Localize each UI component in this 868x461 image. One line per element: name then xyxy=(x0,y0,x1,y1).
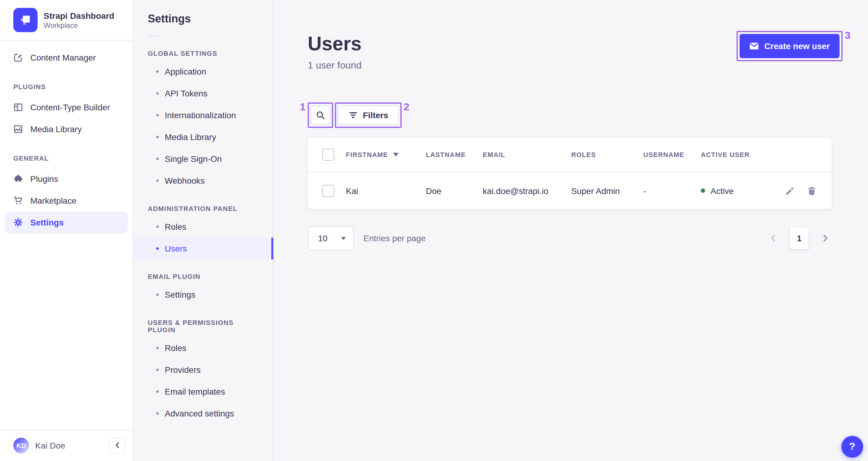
column-header-firstname[interactable]: FIRSTNAME xyxy=(346,151,426,158)
subnav-item-label: Providers xyxy=(165,365,200,375)
main-content: Users 1 user found 3 Create new user xyxy=(274,0,868,461)
annotation-label-3: 3 xyxy=(845,30,850,40)
sidebar-item-settings[interactable]: Settings xyxy=(5,211,128,233)
user-count-text: 1 user found xyxy=(308,60,362,71)
filters-button-label: Filters xyxy=(363,110,388,120)
app-title: Strapi Dashboard xyxy=(43,10,114,21)
sidebar-item-content-type-builder[interactable]: Content-Type Builder xyxy=(5,96,128,118)
subnav-group-global-settings: GLOBAL SETTINGS xyxy=(148,50,259,57)
sidebar-item-label: Media Library xyxy=(30,124,82,134)
envelope-icon xyxy=(749,41,759,51)
annotation-box-1: 1 xyxy=(308,103,333,128)
cell-roles: Super Admin xyxy=(571,186,643,196)
sidebar-item-label: Plugins xyxy=(30,174,58,184)
table-row[interactable]: Kai Doe kai.doe@strapi.io Super Admin - … xyxy=(308,172,832,209)
page-size-select[interactable]: 10 xyxy=(308,226,354,250)
annotation-box-3: 3 Create new user xyxy=(737,31,842,61)
collapse-chevron-icon xyxy=(114,441,120,450)
subnav-item-api-tokens[interactable]: API Tokens xyxy=(133,82,273,104)
table-header-row: FIRSTNAME LASTNAME EMAIL ROLES USERNAME … xyxy=(308,138,832,172)
cell-lastname: Doe xyxy=(426,186,483,196)
cell-active-status: Active xyxy=(701,186,768,196)
subnav-item-webhooks[interactable]: Webhooks xyxy=(133,170,273,192)
subnav-item-label: Media Library xyxy=(165,132,216,142)
annotation-label-1: 1 xyxy=(300,102,306,112)
sort-desc-icon xyxy=(393,153,398,156)
page-title: Users xyxy=(308,31,362,56)
cell-firstname: Kai xyxy=(346,186,426,196)
content-manager-icon xyxy=(13,53,23,62)
subnav-item-admin-users[interactable]: Users xyxy=(133,238,273,259)
row-checkbox[interactable] xyxy=(322,184,334,197)
strapi-logo-icon xyxy=(13,8,37,32)
content-type-builder-icon xyxy=(13,103,23,112)
page-size-value: 10 xyxy=(318,233,328,243)
next-page-button[interactable] xyxy=(819,232,832,244)
pagination-bar: 10 Entries per page 1 xyxy=(308,226,832,250)
previous-page-button[interactable] xyxy=(767,232,779,244)
cell-username: - xyxy=(643,186,701,196)
subnav-item-label: Settings xyxy=(165,290,195,299)
subnav-item-providers[interactable]: Providers xyxy=(133,359,273,381)
subnav-item-label: Users xyxy=(165,244,187,253)
subnav-group-email-plugin: EMAIL PLUGIN xyxy=(148,273,259,280)
filter-icon xyxy=(348,110,358,120)
create-new-user-label: Create new user xyxy=(765,41,830,51)
column-header-label: FIRSTNAME xyxy=(346,151,388,158)
column-header-label: USERNAME xyxy=(643,151,684,158)
column-header-lastname: LASTNAME xyxy=(426,151,483,158)
delete-user-button[interactable] xyxy=(804,183,819,199)
create-new-user-button[interactable]: Create new user xyxy=(740,34,840,58)
status-dot-icon xyxy=(701,189,705,193)
settings-gear-icon xyxy=(13,218,23,227)
search-button[interactable] xyxy=(311,106,330,125)
search-icon xyxy=(316,110,325,120)
sidebar-item-marketplace[interactable]: Marketplace xyxy=(5,190,128,211)
app-sidebar: Strapi Dashboard Workplace Content Manag… xyxy=(0,0,133,461)
sidebar-item-label: Content Manager xyxy=(30,53,96,62)
subnav-item-label: Webhooks xyxy=(165,176,205,185)
collapse-sidebar-button[interactable] xyxy=(109,437,125,454)
subnav-item-label: API Tokens xyxy=(165,88,208,98)
sidebar-item-content-manager[interactable]: Content Manager xyxy=(5,47,128,68)
column-header-label: ROLES xyxy=(571,151,596,158)
page-number-current[interactable]: 1 xyxy=(790,227,809,249)
sidebar-item-plugins[interactable]: Plugins xyxy=(5,168,128,190)
sidebar-section-plugins: PLUGINS xyxy=(13,83,119,90)
subnav-item-internationalization[interactable]: Internationalization xyxy=(133,104,273,126)
subnav-item-up-roles[interactable]: Roles xyxy=(133,337,273,359)
edit-user-button[interactable] xyxy=(782,183,798,199)
subnav-item-label: Email templates xyxy=(165,387,225,397)
pager: 1 xyxy=(767,227,832,249)
cell-email: kai.doe@strapi.io xyxy=(483,186,571,196)
user-name: Kai Doe xyxy=(35,441,65,451)
sidebar-footer: KD Kai Doe xyxy=(0,430,133,461)
subnav-item-label: Advanced settings xyxy=(165,409,234,418)
sidebar-item-label: Marketplace xyxy=(30,196,76,205)
select-all-checkbox[interactable] xyxy=(322,148,334,161)
subnav-item-label: Application xyxy=(165,67,206,76)
subnav-item-email-templates[interactable]: Email templates xyxy=(133,381,273,403)
workspace-name: Workplace xyxy=(43,21,114,30)
column-header-roles: ROLES xyxy=(571,151,643,158)
subnav-divider xyxy=(148,36,162,36)
subnav-item-admin-roles[interactable]: Roles xyxy=(133,216,273,238)
help-button[interactable]: ? xyxy=(841,436,863,457)
users-table: FIRSTNAME LASTNAME EMAIL ROLES USERNAME … xyxy=(308,138,832,209)
subnav-item-single-sign-on[interactable]: Single Sign-On xyxy=(133,148,273,170)
subnav-item-email-settings[interactable]: Settings xyxy=(133,284,273,306)
brand-home-link[interactable]: Strapi Dashboard Workplace xyxy=(0,0,133,40)
annotation-box-2: 2 Filters xyxy=(335,103,402,128)
settings-subnav: Settings GLOBAL SETTINGS Application API… xyxy=(133,0,274,461)
filters-button[interactable]: Filters xyxy=(338,106,399,125)
user-avatar[interactable]: KD xyxy=(13,438,29,454)
sidebar-item-media-library[interactable]: Media Library xyxy=(5,118,128,140)
select-caret-icon xyxy=(341,237,346,240)
app-root: Strapi Dashboard Workplace Content Manag… xyxy=(0,0,868,461)
edit-pencil-icon xyxy=(785,186,795,196)
status-label: Active xyxy=(711,186,734,196)
subnav-item-application[interactable]: Application xyxy=(133,61,273,82)
chevron-right-icon xyxy=(823,235,829,242)
subnav-item-media-library[interactable]: Media Library xyxy=(133,126,273,148)
subnav-item-advanced-settings[interactable]: Advanced settings xyxy=(133,403,273,424)
